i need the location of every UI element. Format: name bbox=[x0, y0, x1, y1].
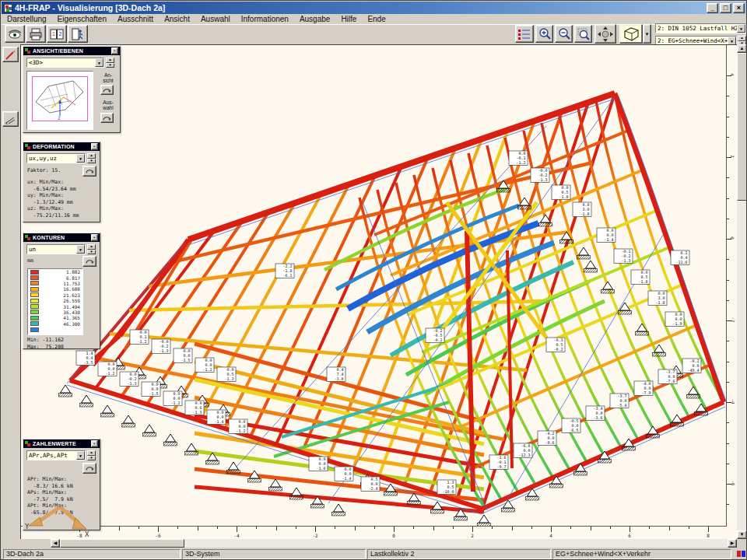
close-button[interactable]: × bbox=[733, 3, 745, 13]
display-options-button[interactable] bbox=[515, 25, 534, 43]
scroll-down-icon[interactable]: ▼ bbox=[737, 530, 747, 539]
svg-text:-0.2: -0.2 bbox=[433, 338, 442, 342]
drawing-canvas[interactable]: 1.40.4-3.50.00.0-1.20.0-0.2-1.30.00.0-1.… bbox=[20, 44, 737, 539]
panel-close-button[interactable]: ▪ bbox=[91, 440, 98, 447]
svg-text:-1.9: -1.9 bbox=[672, 321, 682, 326]
panel-close-button[interactable]: ▪ bbox=[91, 143, 98, 150]
loadcase-combo[interactable]: 2: DIN 1052 Lastfall HZ (Th. 1. ( ▼ bbox=[655, 23, 746, 33]
beam bbox=[615, 93, 724, 402]
menu-item-ausschnitt[interactable]: Ausschnitt bbox=[112, 15, 159, 23]
panel-title-bar[interactable]: ZAHLENWERTE ▪ bbox=[23, 439, 100, 448]
menu-item-auswahl[interactable]: Auswahl bbox=[195, 15, 236, 23]
chevron-down-icon[interactable]: ▼ bbox=[737, 24, 745, 33]
ansicht-label: An- sicht bbox=[96, 72, 120, 83]
app-icon bbox=[4, 4, 12, 12]
svg-text:-1.3: -1.3 bbox=[621, 258, 630, 263]
menu-item-ende[interactable]: Ende bbox=[362, 15, 391, 23]
support-symbol bbox=[478, 515, 491, 527]
ruler-tick-label: 2 bbox=[730, 155, 735, 157]
scale-value: 11.753 bbox=[39, 281, 82, 286]
value-annotation: -0.30.5-0.2 bbox=[546, 338, 565, 352]
horizontal-scrollbar[interactable]: ◀ ▶ bbox=[20, 539, 737, 548]
pan-button[interactable] bbox=[594, 24, 616, 44]
vscroll-thumb[interactable] bbox=[737, 53, 747, 201]
chevron-down-icon[interactable]: ▼ bbox=[76, 154, 85, 163]
support-symbol bbox=[122, 415, 135, 427]
menu-item-darstellung[interactable]: Darstellung bbox=[2, 15, 52, 23]
panel-konturen: KONTUREN ▪ un ▼ ▲▼ mm 1.8826.81711.75316… bbox=[23, 233, 100, 349]
view-spinner[interactable]: ▲▼ bbox=[106, 58, 114, 68]
panel-close-button[interactable]: ▪ bbox=[91, 234, 98, 241]
view-combo[interactable]: <3D> ▼ bbox=[26, 58, 104, 68]
minimize-button[interactable]: _ bbox=[707, 3, 718, 13]
deformation-spinner[interactable]: ▲▼ bbox=[87, 153, 96, 163]
beam-layer bbox=[67, 93, 728, 514]
view-3d-dropdown-button[interactable]: ▼ bbox=[643, 24, 651, 44]
panel-title-bar[interactable]: KONTUREN ▪ bbox=[23, 233, 100, 242]
zahlenwerte-apply-button[interactable] bbox=[82, 463, 96, 474]
svg-text:-49.4: -49.4 bbox=[687, 368, 699, 373]
scroll-left-icon[interactable]: ◀ bbox=[51, 539, 60, 548]
scale-value: 36.430 bbox=[39, 310, 82, 315]
chevron-down-icon[interactable]: ▼ bbox=[76, 245, 85, 254]
exit-button[interactable] bbox=[68, 25, 88, 43]
app-logo-icon bbox=[737, 550, 745, 558]
svg-text:-1.4: -1.4 bbox=[604, 237, 613, 242]
svg-text:-12.3: -12.3 bbox=[518, 453, 530, 457]
value-annotation: 0.00.0-1.2 bbox=[195, 358, 214, 373]
zoom-window-button[interactable] bbox=[574, 25, 592, 43]
zoom-in-button[interactable] bbox=[535, 25, 553, 43]
measure-tool-button[interactable] bbox=[2, 111, 19, 127]
menu-item-ausgabe[interactable]: Ausgabe bbox=[294, 15, 335, 23]
support-symbol bbox=[80, 395, 93, 407]
zahlenwerte-combo-value: APr,APs,APt bbox=[29, 452, 68, 459]
menu-item-eigenschaften[interactable]: Eigenschaften bbox=[52, 15, 112, 23]
manual-button[interactable]: 1 2 bbox=[47, 25, 67, 43]
konturen-apply-button[interactable] bbox=[82, 256, 96, 267]
view-preview[interactable]: Z bbox=[26, 71, 93, 130]
panel-title: ANSICHT/EBENEN bbox=[33, 48, 83, 54]
chevron-down-icon[interactable]: ▼ bbox=[76, 451, 85, 460]
scroll-right-icon[interactable]: ▶ bbox=[728, 539, 737, 548]
deformation-combo[interactable]: ux,uy,uz ▼ bbox=[26, 153, 86, 163]
print-button[interactable] bbox=[26, 25, 46, 43]
vertical-ruler: 420-2-4-6 bbox=[726, 45, 737, 526]
panel-close-button[interactable]: ▪ bbox=[111, 47, 118, 54]
value-annotation: 0.03.0-1.8 bbox=[573, 202, 591, 217]
panel-title-bar[interactable]: ANSICHT/EBENEN ▪ bbox=[23, 47, 120, 55]
maximize-button[interactable]: □ bbox=[720, 3, 731, 13]
support-symbol bbox=[227, 462, 240, 474]
scale-color-swatch bbox=[30, 299, 39, 303]
curved-arrow-icon bbox=[102, 114, 112, 122]
y-axis-label: Y bbox=[25, 523, 30, 530]
menu-bar: DarstellungEigenschaftenAusschnittAnsich… bbox=[2, 14, 746, 25]
chevron-down-icon[interactable]: ▼ bbox=[95, 58, 103, 67]
view-settings-button[interactable] bbox=[5, 25, 25, 43]
vertical-scrollbar[interactable]: ▲ ▼ bbox=[737, 44, 747, 539]
svg-text:-9.7: -9.7 bbox=[496, 464, 506, 469]
konturen-spinner[interactable]: ▲▼ bbox=[87, 244, 96, 254]
svg-text:Z: Z bbox=[58, 115, 61, 121]
zahlenwerte-spinner[interactable]: ▲▼ bbox=[87, 450, 96, 460]
ruler-tick-label: 4 bbox=[549, 533, 552, 538]
zahlenwerte-combo[interactable]: APr,APs,APt ▼ bbox=[26, 450, 86, 460]
redline-tool-button[interactable] bbox=[2, 47, 19, 62]
menu-item-informationen[interactable]: Informationen bbox=[236, 15, 294, 23]
zoom-out-button[interactable] bbox=[555, 25, 573, 43]
auswahl-apply-button[interactable] bbox=[100, 113, 114, 123]
panel-title-bar[interactable]: DEFORMATION ▪ bbox=[23, 142, 100, 151]
scale-color-swatch bbox=[30, 316, 39, 320]
menu-item-ansicht[interactable]: Ansicht bbox=[159, 15, 195, 23]
value-annotation: 0.00.0-1.2 bbox=[163, 391, 182, 406]
svg-text:-1.5: -1.5 bbox=[181, 358, 190, 362]
view-3d-button[interactable] bbox=[619, 24, 643, 44]
hscroll-thumb[interactable] bbox=[60, 539, 184, 548]
menu-item-hilfe[interactable]: Hilfe bbox=[335, 15, 362, 23]
scale-color-swatch bbox=[30, 321, 39, 326]
red-pencil-icon bbox=[5, 49, 16, 61]
ansicht-apply-button[interactable] bbox=[100, 85, 114, 95]
konturen-combo[interactable]: un ▼ bbox=[26, 244, 86, 254]
scroll-up-icon[interactable]: ▲ bbox=[737, 44, 747, 53]
deformation-apply-button[interactable] bbox=[82, 166, 96, 177]
panel-title: KONTUREN bbox=[33, 235, 65, 240]
